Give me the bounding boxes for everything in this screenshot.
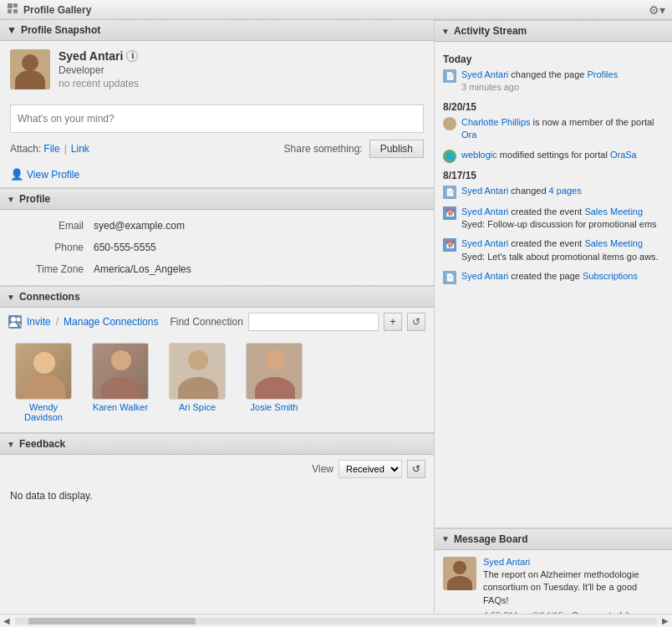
phone-value: 650-555-5555	[94, 242, 156, 253]
add-connection-button[interactable]: +	[384, 313, 402, 331]
profile-section: ▼ Profile Email syed@example.com Phone 6…	[0, 188, 434, 286]
connection-name-karen[interactable]: Karen Walker	[93, 402, 148, 412]
message-board-collapse-icon[interactable]: ▼	[441, 534, 450, 543]
activity-link-sales1[interactable]: Sales Meeting	[584, 206, 643, 217]
connections-refresh-button[interactable]: ↺	[407, 313, 425, 331]
profile-collapse-icon[interactable]: ▼	[7, 195, 15, 204]
connection-avatar-josie[interactable]	[246, 343, 303, 400]
profile-details: Email syed@example.com Phone 650-555-555…	[0, 210, 434, 285]
invite-link[interactable]: Invite	[27, 316, 51, 328]
connection-item: Josie Smith	[241, 343, 308, 422]
activity-item: Charlotte Phillips is now a member of th…	[443, 116, 664, 142]
svg-rect-3	[13, 9, 18, 13]
activity-text: Charlotte Phillips is now a member of th…	[461, 116, 664, 142]
attach-label: Attach:	[10, 143, 41, 155]
connection-item: Ari Spice	[164, 343, 231, 422]
activity-item: 📄 Syed Antari created the page Subscript…	[443, 270, 664, 284]
email-label: Email	[17, 220, 84, 232]
message-text: The report on Alzheimer methodologie con…	[483, 568, 664, 607]
find-connection-label: Find Connection	[170, 316, 242, 328]
activity-link-profiles[interactable]: Profiles	[587, 69, 618, 79]
svg-point-5	[17, 318, 21, 322]
find-connection-input[interactable]	[248, 313, 379, 331]
activity-link-orasa[interactable]: OraSa	[610, 150, 637, 160]
connections-collapse-icon[interactable]: ▼	[7, 293, 15, 302]
manage-connections-link[interactable]: Manage Connections	[64, 316, 158, 328]
view-profile-icon: 👤	[10, 168, 23, 181]
profile-name-text: Syed Antari	[59, 49, 123, 63]
scroll-thumb[interactable]	[28, 618, 196, 624]
title-bar: Profile Gallery ⚙▾	[0, 0, 672, 20]
attach-section: Attach: File | Link	[10, 143, 89, 155]
status-input[interactable]	[10, 104, 424, 133]
connections-section-title: Connections	[19, 291, 80, 303]
connection-name-wendy[interactable]: Wendy Davidson	[10, 402, 77, 422]
email-value: syed@example.com	[94, 220, 185, 232]
activity-text: Syed Antari created the event Sales Meet…	[461, 206, 664, 232]
feedback-toolbar: View Received Given ↺	[0, 455, 434, 483]
connection-name-ari[interactable]: Ari Spice	[179, 402, 216, 412]
title-bar-gear[interactable]: ⚙▾	[649, 3, 665, 17]
feedback-view-select[interactable]: Received Given	[339, 460, 402, 478]
connection-avatar-karen[interactable]	[92, 343, 149, 400]
connections-separator: /	[56, 316, 59, 328]
profile-snapshot-header: ▼ Profile Snapshot	[0, 20, 434, 41]
activity-text: Syed Antari changed the page Profiles 3 …	[461, 69, 618, 94]
doc-icon: 📄	[443, 69, 456, 83]
profile-snapshot-section: ▼ Profile Snapshot Syed Antari ℹ Develop…	[0, 20, 434, 188]
activity-link-4pages[interactable]: 4 pages	[549, 186, 582, 196]
activity-item: 📄 Syed Antari changed the page Profiles …	[443, 69, 664, 94]
activity-link-weblogic[interactable]: weblogic	[461, 150, 497, 160]
activity-time: 3 minutes ago	[461, 82, 519, 92]
activity-link-sales2[interactable]: Sales Meeting	[584, 238, 643, 248]
title-bar-title: Profile Gallery	[23, 4, 91, 16]
view-profile-link[interactable]: View Profile	[27, 169, 79, 181]
activity-link-syed2[interactable]: Syed Antari	[461, 186, 508, 196]
connection-avatar-ari[interactable]	[169, 343, 226, 400]
activity-date-0817: 8/17/15	[443, 170, 664, 181]
cal-icon-2: 📅	[443, 238, 456, 252]
activity-link-ora[interactable]: Ora	[461, 130, 476, 140]
publish-button[interactable]: Publish	[369, 140, 424, 158]
message-body: Syed Antari The report on Alzheimer meth…	[483, 557, 664, 620]
feedback-collapse-icon[interactable]: ▼	[7, 440, 15, 449]
svg-rect-2	[8, 9, 12, 13]
connections-grid: Wendy Davidson Karen Walker Ari Spice	[0, 336, 434, 432]
activity-link-syed[interactable]: Syed Antari	[461, 69, 508, 79]
activity-date-today: Today	[443, 54, 664, 65]
activity-date-0820: 8/20/15	[443, 101, 664, 113]
avatar	[10, 49, 50, 89]
activity-link-syed4[interactable]: Syed Antari	[461, 238, 508, 248]
avatar-image	[10, 49, 50, 89]
status-box	[0, 98, 434, 136]
scroll-right-arrow[interactable]: ▶	[659, 614, 672, 628]
profile-snapshot-title: Profile Snapshot	[21, 24, 100, 36]
activity-link-syed5[interactable]: Syed Antari	[461, 271, 508, 281]
connection-name-josie[interactable]: Josie Smith	[251, 402, 298, 412]
phone-label: Phone	[17, 242, 84, 253]
svg-rect-0	[8, 3, 13, 8]
feedback-section-title: Feedback	[19, 438, 65, 450]
activity-link-syed3[interactable]: Syed Antari	[461, 206, 508, 217]
activity-link-charlotte[interactable]: Charlotte Phillips	[461, 117, 531, 127]
activity-content: Today 📄 Syed Antari changed the page Pro…	[435, 42, 672, 298]
connections-section: ▼ Connections Invite / Manage Connection…	[0, 286, 434, 433]
share-label: Share something:	[284, 143, 363, 155]
activity-text: weblogic modified settings for portal Or…	[461, 149, 637, 161]
svg-point-4	[11, 317, 16, 322]
message-author[interactable]: Syed Antari	[483, 557, 664, 567]
activity-stream-title: Activity Stream	[454, 25, 527, 37]
scroll-left-arrow[interactable]: ◀	[0, 614, 13, 628]
connection-avatar-wendy[interactable]	[15, 343, 72, 400]
left-panel: ▼ Profile Snapshot Syed Antari ℹ Develop…	[0, 20, 435, 627]
collapse-arrow-icon[interactable]: ▼	[7, 24, 17, 36]
attach-file-link[interactable]: File	[43, 143, 59, 155]
activity-link-subscriptions[interactable]: Subscriptions	[583, 271, 638, 281]
attach-link-link[interactable]: Link	[71, 143, 89, 155]
activity-stream-header: ▼ Activity Stream	[435, 20, 672, 42]
right-panel: ▼ Activity Stream Today 📄 Syed Antari ch…	[435, 20, 672, 627]
profile-text: Syed Antari ℹ Developer no recent update…	[59, 49, 424, 89]
activity-item: 📅 Syed Antari created the event Sales Me…	[443, 237, 664, 263]
activity-stream-collapse-icon[interactable]: ▼	[441, 27, 450, 36]
feedback-refresh-button[interactable]: ↺	[407, 460, 425, 478]
